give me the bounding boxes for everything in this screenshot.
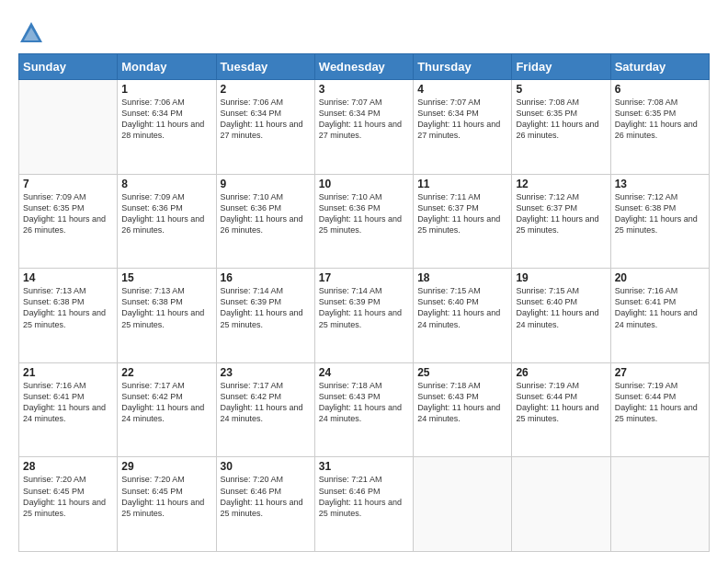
day-number: 19 (516, 271, 606, 284)
day-number: 25 (417, 366, 507, 379)
calendar-week-row: 21Sunrise: 7:16 AMSunset: 6:41 PMDayligh… (19, 362, 710, 457)
calendar-cell: 9Sunrise: 7:10 AMSunset: 6:36 PMDaylight… (216, 174, 314, 269)
day-info: Sunrise: 7:09 AMSunset: 6:36 PMDaylight:… (121, 191, 211, 236)
calendar-table: SundayMondayTuesdayWednesdayThursdayFrid… (18, 53, 710, 552)
day-number: 17 (319, 271, 409, 284)
day-info: Sunrise: 7:15 AMSunset: 6:40 PMDaylight:… (417, 285, 507, 330)
day-number: 28 (23, 460, 113, 473)
day-info: Sunrise: 7:16 AMSunset: 6:41 PMDaylight:… (23, 380, 113, 425)
calendar-cell: 25Sunrise: 7:18 AMSunset: 6:43 PMDayligh… (414, 362, 512, 457)
calendar-cell: 12Sunrise: 7:12 AMSunset: 6:37 PMDayligh… (512, 174, 610, 269)
calendar-cell: 16Sunrise: 7:14 AMSunset: 6:39 PMDayligh… (216, 269, 314, 363)
day-number: 22 (121, 366, 211, 379)
day-info: Sunrise: 7:13 AMSunset: 6:38 PMDaylight:… (23, 285, 113, 330)
day-info: Sunrise: 7:16 AMSunset: 6:41 PMDaylight:… (615, 285, 705, 330)
day-number: 24 (319, 366, 409, 379)
calendar-cell: 11Sunrise: 7:11 AMSunset: 6:37 PMDayligh… (414, 174, 512, 269)
calendar-cell: 29Sunrise: 7:20 AMSunset: 6:45 PMDayligh… (118, 457, 216, 552)
day-number: 14 (23, 271, 113, 284)
day-info: Sunrise: 7:18 AMSunset: 6:43 PMDaylight:… (319, 380, 409, 425)
calendar-cell: 6Sunrise: 7:08 AMSunset: 6:35 PMDaylight… (610, 80, 709, 175)
day-number: 31 (319, 460, 409, 473)
day-number: 3 (319, 83, 409, 96)
calendar-cell: 18Sunrise: 7:15 AMSunset: 6:40 PMDayligh… (414, 269, 512, 363)
day-info: Sunrise: 7:17 AMSunset: 6:42 PMDaylight:… (221, 380, 311, 425)
day-info: Sunrise: 7:14 AMSunset: 6:39 PMDaylight:… (221, 285, 311, 330)
day-number: 26 (516, 366, 606, 379)
calendar-cell: 31Sunrise: 7:21 AMSunset: 6:46 PMDayligh… (314, 457, 413, 552)
day-number: 23 (221, 366, 311, 379)
day-number: 7 (23, 178, 113, 190)
calendar-week-row: 1Sunrise: 7:06 AMSunset: 6:34 PMDaylight… (19, 80, 710, 175)
day-info: Sunrise: 7:15 AMSunset: 6:40 PMDaylight:… (516, 285, 606, 330)
day-number: 11 (417, 178, 507, 190)
calendar-cell (610, 457, 709, 552)
day-info: Sunrise: 7:07 AMSunset: 6:34 PMDaylight:… (319, 97, 409, 142)
calendar-header-row: SundayMondayTuesdayWednesdayThursdayFrid… (19, 54, 710, 80)
day-info: Sunrise: 7:08 AMSunset: 6:35 PMDaylight:… (615, 97, 705, 142)
calendar-cell: 30Sunrise: 7:20 AMSunset: 6:46 PMDayligh… (216, 457, 314, 552)
calendar-cell: 3Sunrise: 7:07 AMSunset: 6:34 PMDaylight… (314, 80, 413, 175)
day-number: 21 (23, 366, 113, 379)
calendar-cell: 27Sunrise: 7:19 AMSunset: 6:44 PMDayligh… (610, 362, 709, 457)
calendar-cell: 19Sunrise: 7:15 AMSunset: 6:40 PMDayligh… (512, 269, 610, 363)
day-info: Sunrise: 7:10 AMSunset: 6:36 PMDaylight:… (221, 191, 311, 236)
day-number: 6 (615, 83, 705, 96)
day-info: Sunrise: 7:14 AMSunset: 6:39 PMDaylight:… (319, 285, 409, 330)
day-number: 30 (221, 460, 311, 473)
day-info: Sunrise: 7:20 AMSunset: 6:45 PMDaylight:… (121, 474, 211, 519)
calendar-cell: 21Sunrise: 7:16 AMSunset: 6:41 PMDayligh… (19, 362, 118, 457)
day-number: 1 (121, 83, 211, 96)
day-number: 18 (417, 271, 507, 284)
page: SundayMondayTuesdayWednesdayThursdayFrid… (0, 0, 728, 563)
header (18, 17, 710, 46)
calendar-day-header: Saturday (610, 54, 709, 80)
day-info: Sunrise: 7:19 AMSunset: 6:44 PMDaylight:… (615, 380, 705, 425)
day-number: 5 (516, 83, 606, 96)
day-info: Sunrise: 7:19 AMSunset: 6:44 PMDaylight:… (516, 380, 606, 425)
day-number: 27 (615, 366, 705, 379)
day-number: 13 (615, 178, 705, 190)
day-info: Sunrise: 7:08 AMSunset: 6:35 PMDaylight:… (516, 97, 606, 142)
day-number: 29 (121, 460, 211, 473)
calendar-cell: 14Sunrise: 7:13 AMSunset: 6:38 PMDayligh… (19, 269, 118, 363)
calendar-day-header: Friday (512, 54, 610, 80)
calendar-cell: 26Sunrise: 7:19 AMSunset: 6:44 PMDayligh… (512, 362, 610, 457)
calendar-cell (19, 80, 118, 175)
calendar-day-header: Wednesday (314, 54, 413, 80)
day-info: Sunrise: 7:13 AMSunset: 6:38 PMDaylight:… (121, 285, 211, 330)
calendar-day-header: Monday (118, 54, 216, 80)
day-info: Sunrise: 7:21 AMSunset: 6:46 PMDaylight:… (319, 474, 409, 519)
day-number: 4 (417, 83, 507, 96)
calendar-cell (512, 457, 610, 552)
day-info: Sunrise: 7:10 AMSunset: 6:36 PMDaylight:… (319, 191, 409, 236)
calendar-day-header: Sunday (19, 54, 118, 80)
day-number: 16 (221, 271, 311, 284)
calendar-cell: 20Sunrise: 7:16 AMSunset: 6:41 PMDayligh… (610, 269, 709, 363)
day-info: Sunrise: 7:20 AMSunset: 6:46 PMDaylight:… (221, 474, 311, 519)
calendar-cell: 2Sunrise: 7:06 AMSunset: 6:34 PMDaylight… (216, 80, 314, 175)
day-number: 15 (121, 271, 211, 284)
day-info: Sunrise: 7:20 AMSunset: 6:45 PMDaylight:… (23, 474, 113, 519)
logo-icon (18, 20, 44, 46)
day-info: Sunrise: 7:06 AMSunset: 6:34 PMDaylight:… (121, 97, 211, 142)
calendar-cell: 1Sunrise: 7:06 AMSunset: 6:34 PMDaylight… (118, 80, 216, 175)
calendar-cell: 5Sunrise: 7:08 AMSunset: 6:35 PMDaylight… (512, 80, 610, 175)
day-info: Sunrise: 7:17 AMSunset: 6:42 PMDaylight:… (121, 380, 211, 425)
calendar-day-header: Thursday (414, 54, 512, 80)
day-number: 9 (221, 178, 311, 190)
logo (18, 20, 48, 46)
calendar-cell: 17Sunrise: 7:14 AMSunset: 6:39 PMDayligh… (314, 269, 413, 363)
calendar-cell: 15Sunrise: 7:13 AMSunset: 6:38 PMDayligh… (118, 269, 216, 363)
day-number: 2 (221, 83, 311, 96)
day-info: Sunrise: 7:12 AMSunset: 6:38 PMDaylight:… (615, 191, 705, 236)
calendar-cell: 24Sunrise: 7:18 AMSunset: 6:43 PMDayligh… (314, 362, 413, 457)
day-number: 20 (615, 271, 705, 284)
calendar-cell: 8Sunrise: 7:09 AMSunset: 6:36 PMDaylight… (118, 174, 216, 269)
day-info: Sunrise: 7:18 AMSunset: 6:43 PMDaylight:… (417, 380, 507, 425)
calendar-week-row: 28Sunrise: 7:20 AMSunset: 6:45 PMDayligh… (19, 457, 710, 552)
calendar-cell: 4Sunrise: 7:07 AMSunset: 6:34 PMDaylight… (414, 80, 512, 175)
day-number: 8 (121, 178, 211, 190)
calendar-week-row: 14Sunrise: 7:13 AMSunset: 6:38 PMDayligh… (19, 269, 710, 363)
calendar-cell: 28Sunrise: 7:20 AMSunset: 6:45 PMDayligh… (19, 457, 118, 552)
